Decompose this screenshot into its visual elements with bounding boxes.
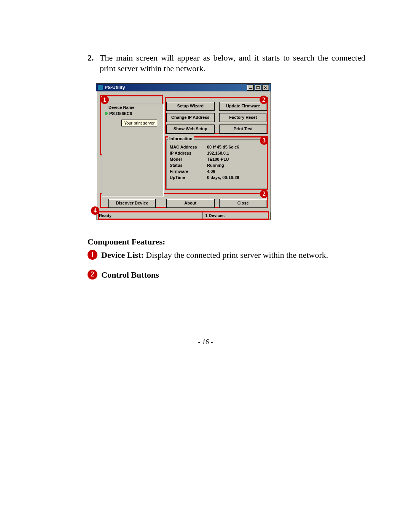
model-value: TE100-P1U (207, 157, 264, 161)
ip-value: 192.168.0.1 (207, 151, 264, 155)
window-titlebar: PS-Utility (96, 84, 271, 91)
maximize-button[interactable] (255, 85, 261, 91)
ps-utility-window: PS-Utility 1 2 3 2 (96, 83, 271, 220)
status-ready: Ready (96, 212, 202, 220)
information-group: Information MAC Address00 ff 45 d5 6e c6… (166, 139, 267, 189)
update-firmware-button[interactable]: Update Firmware (219, 102, 268, 111)
status-dot-icon (105, 112, 108, 115)
change-ip-button[interactable]: Change IP Address (166, 113, 215, 122)
status-label: Status (170, 163, 207, 168)
svg-rect-0 (249, 88, 252, 89)
manual-page: 2. The main screen will appear as below,… (0, 0, 411, 532)
ip-label: IP Address (170, 151, 207, 155)
window-title: PS-Utility (105, 85, 125, 90)
callout-1: 1 (100, 96, 109, 104)
discover-device-button[interactable]: Discover Device (108, 199, 156, 208)
model-label: Model (170, 157, 207, 161)
feature-2: 2 Control Buttons (88, 270, 365, 280)
app-icon (98, 85, 103, 90)
page-number: - 16 - (0, 338, 411, 346)
feature-2-num: 2 (88, 270, 97, 280)
about-button[interactable]: About (166, 199, 215, 208)
window-body: 1 2 3 2 4 Device Name PS-D56EC6 Your pri… (96, 91, 271, 212)
bottom-left-buttons: Discover Device (108, 199, 156, 208)
minimize-button[interactable] (247, 85, 254, 91)
device-list-header: Device Name (108, 105, 135, 110)
setup-wizard-button[interactable]: Setup Wizard (166, 102, 215, 111)
show-web-setup-button[interactable]: Show Web Setup (166, 125, 215, 134)
print-test-button[interactable]: Print Test (219, 125, 268, 134)
device-entry[interactable]: PS-D56EC6 (105, 111, 132, 116)
step-text: The main screen will appear as below, an… (100, 53, 365, 73)
information-legend: Information (168, 136, 194, 141)
callout-2-bottom: 2 (260, 190, 268, 198)
device-name: PS-D56EC6 (109, 111, 132, 116)
statusbar: Ready 1 Devices (96, 212, 271, 220)
feature-1-title: Device List: (101, 250, 144, 260)
step-number: 2. (88, 53, 100, 73)
status-device-count: 1 Devices (202, 212, 271, 220)
control-buttons-grid: Setup Wizard Update Firmware Change IP A… (166, 102, 267, 136)
feature-1: 1 Device List: Display the connected pri… (88, 250, 365, 260)
mac-value: 00 ff 45 d5 6e c6 (207, 145, 264, 149)
bottom-right-buttons: About Close (166, 199, 267, 208)
uptime-value: 0 days, 00:16:29 (207, 175, 264, 180)
device-list-panel[interactable]: Device Name PS-D56EC6 Your print server (102, 104, 164, 197)
factory-reset-button[interactable]: Factory Reset (219, 113, 268, 122)
close-button[interactable] (262, 85, 269, 91)
callout-4: 4 (91, 206, 99, 215)
feature-1-body: Display the connected print server withi… (146, 250, 328, 260)
feature-1-num: 1 (88, 250, 97, 260)
status-value: Running (207, 163, 264, 168)
component-features-heading: Component Features: (88, 237, 365, 247)
svg-rect-2 (256, 86, 260, 87)
step-2-paragraph: 2. The main screen will appear as below,… (88, 53, 365, 73)
firmware-value: 4.06 (207, 169, 264, 174)
tooltip-your-print-server: Your print server (121, 120, 157, 126)
feature-1-text: Device List: Display the connected print… (101, 250, 365, 260)
callout-2-top: 2 (260, 96, 268, 104)
feature-2-text: Control Buttons (101, 270, 365, 280)
close-app-button[interactable]: Close (219, 199, 268, 208)
firmware-label: Firmware (170, 169, 207, 174)
callout-3: 3 (260, 136, 268, 145)
mac-label: MAC Address (170, 145, 207, 149)
feature-2-title: Control Buttons (101, 270, 159, 280)
uptime-label: UpTime (170, 175, 207, 180)
